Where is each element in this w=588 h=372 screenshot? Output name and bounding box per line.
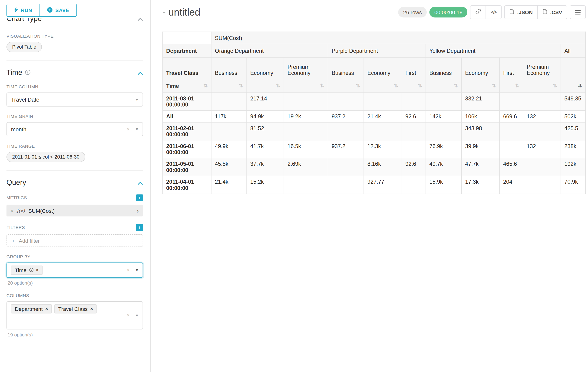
- expand-metric-icon[interactable]: ›: [136, 207, 139, 214]
- time-grain-select[interactable]: month × ▾: [7, 122, 143, 136]
- metrics-label: METRICS: [7, 196, 27, 200]
- time-collapse-chevron-icon[interactable]: [137, 69, 143, 77]
- add-filter-plus-button[interactable]: +: [136, 224, 143, 231]
- pivot-cell: [402, 176, 426, 194]
- columns-select[interactable]: Department × Travel Class × × ▾: [7, 301, 143, 329]
- pivot-cell: [402, 122, 426, 140]
- sort-icon[interactable]: ⇅: [454, 83, 458, 88]
- result-toolbar: 26 rows 00:00:00.18 </>: [398, 5, 586, 19]
- pivot-cell: 92.6: [402, 158, 426, 176]
- sort-icon[interactable]: ⇅: [276, 83, 280, 88]
- sortable-column-cell: ⇅: [211, 79, 247, 93]
- chevron-down-icon[interactable]: ▾: [136, 267, 138, 273]
- embed-code-button[interactable]: </>: [486, 5, 502, 19]
- pivot-cell: 343.98: [462, 122, 500, 140]
- pivot-cell: [284, 93, 328, 110]
- pivot-cell: 19.2k: [284, 110, 328, 122]
- pivot-cell: [499, 140, 523, 158]
- sort-icon[interactable]: ⇅: [553, 83, 557, 88]
- time-range-label: TIME RANGE: [7, 144, 35, 149]
- pivot-cell: [284, 176, 328, 194]
- group-by-select[interactable]: Time × × ▾: [7, 263, 143, 278]
- pivot-cell: 117k: [211, 110, 247, 122]
- pivot-cell: 204: [499, 176, 523, 194]
- rows-count-badge: 26 rows: [398, 7, 427, 17]
- tag-remove-icon[interactable]: ×: [36, 267, 39, 273]
- clear-icon[interactable]: ×: [127, 126, 130, 132]
- group-by-tag-time[interactable]: Time ×: [11, 266, 42, 275]
- time-range-pill[interactable]: 2011-01-01 ≤ col < 2011-06-30: [7, 152, 85, 162]
- add-filter-box[interactable]: + Add filter: [7, 234, 143, 247]
- columns-tag-travel-class[interactable]: Travel Class ×: [54, 304, 97, 313]
- save-button[interactable]: SAVE: [40, 4, 77, 17]
- sortable-column-cell: ⇅: [364, 79, 402, 93]
- group-header: Yellow Department: [426, 44, 561, 58]
- add-metric-button[interactable]: +: [136, 194, 143, 201]
- class-header: Business: [328, 58, 364, 79]
- control-panel-sidebar: RUN SAVE Chart Type: [0, 0, 151, 372]
- copy-link-button[interactable]: [470, 5, 486, 19]
- collapse-chevron-icon[interactable]: [137, 18, 143, 23]
- chevron-down-icon[interactable]: ▾: [136, 127, 138, 132]
- sort-icon[interactable]: ⇅: [394, 83, 398, 88]
- pivot-cell: 21.4k: [211, 176, 247, 194]
- sort-desc-active-icon[interactable]: ⇊: [578, 83, 582, 88]
- remove-metric-icon[interactable]: ×: [11, 208, 13, 213]
- time-grain-value: month: [11, 126, 26, 132]
- pivot-cell: 94.9k: [247, 110, 284, 122]
- metric-item[interactable]: × ƒ(x) SUM(Cost) ›: [7, 205, 143, 216]
- sort-icon[interactable]: ⇅: [203, 83, 208, 88]
- pivot-cell: 16.5k: [284, 140, 328, 158]
- sort-icon[interactable]: ⇅: [356, 83, 360, 88]
- pivot-cell: 465.6: [499, 158, 523, 176]
- visualization-type-pill[interactable]: Pivot Table: [7, 42, 42, 52]
- pivot-cell: [402, 93, 426, 110]
- chevron-down-icon[interactable]: ▾: [136, 313, 138, 318]
- link-icon: [475, 9, 481, 16]
- sort-icon[interactable]: ⇅: [418, 83, 422, 88]
- sortable-column-cell: ⇅: [328, 79, 364, 93]
- clear-icon[interactable]: ×: [127, 312, 130, 318]
- export-csv-button[interactable]: .CSV: [537, 5, 567, 19]
- sort-icon[interactable]: ⇅: [320, 83, 325, 88]
- row-label: 2011-04-01 00:00:00: [163, 176, 211, 194]
- hamburger-menu-icon: [575, 10, 581, 15]
- columns-tag-department[interactable]: Department ×: [11, 304, 52, 313]
- pivot-cell: 17.3k: [462, 176, 500, 194]
- pivot-row: 2011-02-01 00:00:0081.52343.98425.5: [163, 122, 586, 140]
- row-label: 2011-05-01 00:00:00: [163, 158, 211, 176]
- class-header: Business: [211, 58, 247, 79]
- query-collapse-chevron-icon[interactable]: [137, 178, 143, 187]
- row-label: 2011-06-01 00:00:00: [163, 140, 211, 158]
- columns-tag-label: Department: [15, 306, 43, 312]
- tag-remove-icon[interactable]: ×: [45, 306, 48, 312]
- pivot-cell: 12.3k: [364, 140, 402, 158]
- time-header-label: Time: [166, 83, 179, 89]
- menu-button[interactable]: [570, 5, 586, 19]
- sortable-column-cell: ⇅: [247, 79, 284, 93]
- export-json-button[interactable]: .JSON: [504, 5, 537, 19]
- bolt-icon: [14, 7, 18, 13]
- tag-remove-icon[interactable]: ×: [90, 306, 93, 312]
- plus-icon: +: [138, 225, 141, 230]
- group-header: Orange Department: [211, 44, 328, 58]
- pivot-cell: [284, 122, 328, 140]
- sort-icon[interactable]: ⇅: [515, 83, 520, 88]
- clear-icon[interactable]: ×: [127, 267, 130, 273]
- pivot-cell: [211, 122, 247, 140]
- pivot-cell: [499, 93, 523, 110]
- visualization-type-label: VISUALIZATION TYPE: [7, 34, 54, 39]
- run-button[interactable]: RUN: [7, 4, 40, 17]
- pivot-cell: 15.2k: [247, 176, 284, 194]
- chevron-down-icon[interactable]: ▾: [136, 97, 138, 102]
- group-by-tag-label: Time: [15, 267, 27, 273]
- pivot-cell: 332.21: [462, 93, 500, 110]
- sortable-column-cell: ⇅: [284, 79, 328, 93]
- time-column-select[interactable]: Travel Date ▾: [7, 93, 143, 107]
- metric-header-cell: SUM(Cost): [211, 32, 586, 44]
- sort-icon[interactable]: ⇅: [239, 83, 243, 88]
- sort-icon[interactable]: ⇅: [492, 83, 496, 88]
- action-buttons: RUN SAVE: [7, 4, 143, 17]
- time-header: Time⇅: [163, 79, 211, 93]
- save-button-label: SAVE: [55, 7, 69, 13]
